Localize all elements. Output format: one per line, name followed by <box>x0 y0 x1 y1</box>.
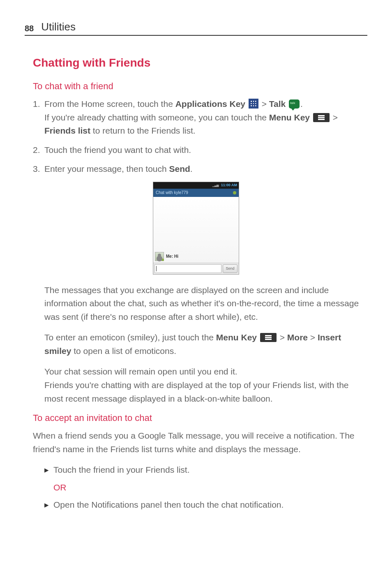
screenshot-body: Me: Hi <box>153 197 239 263</box>
step-text: Touch the friend you want to chat with. <box>44 143 367 157</box>
section-title: Utilities <box>41 21 76 33</box>
step-text: Enter your message, then touch Send. <box>44 162 367 176</box>
screenshot-title: Chat with kyle779 <box>156 190 188 195</box>
paragraph-1: The messages that you exchange are displ… <box>44 284 367 324</box>
paragraph-3: Your chat session will remain open until… <box>44 365 367 405</box>
page-number: 88 <box>25 24 34 33</box>
signal-icon: ▁▃▅ <box>212 184 219 187</box>
bullet-text: Touch the friend in your Friends list. <box>53 463 190 477</box>
bullet-1: ▸ Touch the friend in your Friends list. <box>44 463 367 477</box>
chat-screenshot: ▁▃▅11:00 AM Chat with kyle779 Me: Hi Sen… <box>153 182 239 275</box>
presence-dot-icon <box>161 259 164 261</box>
step-num: 2. <box>33 143 44 157</box>
paragraph-2: To enter an emoticon (smiley), just touc… <box>44 331 367 358</box>
screenshot-time: 11:00 AM <box>221 183 237 187</box>
bullet-2: ▸ Open the Notifications panel then touc… <box>44 498 367 512</box>
menu-key-icon <box>260 333 277 342</box>
step-num: 1. <box>33 97 44 138</box>
screenshot-input <box>154 264 221 273</box>
applications-key-icon <box>249 99 258 109</box>
bullet-arrow-icon: ▸ <box>44 463 53 477</box>
step-num: 3. <box>33 162 44 176</box>
status-dot-icon <box>233 191 236 194</box>
screenshot-titlebar: Chat with kyle779 <box>153 189 239 197</box>
step-2: 2. Touch the friend you want to chat wit… <box>33 143 367 157</box>
paragraph-4: When a friend sends you a Google Talk me… <box>33 429 367 456</box>
or-label: OR <box>53 483 367 492</box>
talk-icon <box>289 99 300 109</box>
screenshot-send-button: Send <box>223 264 238 273</box>
screenshot-input-row: Send <box>153 263 239 274</box>
step-text: From the Home screen, touch the Applicat… <box>44 97 367 138</box>
screenshot-msg-text: Me: Hi <box>166 254 178 259</box>
step-3: 3. Enter your message, then touch Send. <box>33 162 367 176</box>
avatar-icon <box>155 252 164 261</box>
menu-key-icon <box>313 113 330 122</box>
sub-heading-1: To chat with a friend <box>33 81 367 92</box>
sub-heading-2: To accept an invitation to chat <box>33 413 367 423</box>
screenshot-message: Me: Hi <box>155 252 178 261</box>
main-heading: Chatting with Friends <box>33 56 367 69</box>
bullet-arrow-icon: ▸ <box>44 498 53 512</box>
bullet-text: Open the Notifications panel then touch … <box>53 498 284 512</box>
page-header: 88 Utilities <box>25 21 367 36</box>
step-1: 1. From the Home screen, touch the Appli… <box>33 97 367 138</box>
screenshot-statusbar: ▁▃▅11:00 AM <box>153 182 239 189</box>
